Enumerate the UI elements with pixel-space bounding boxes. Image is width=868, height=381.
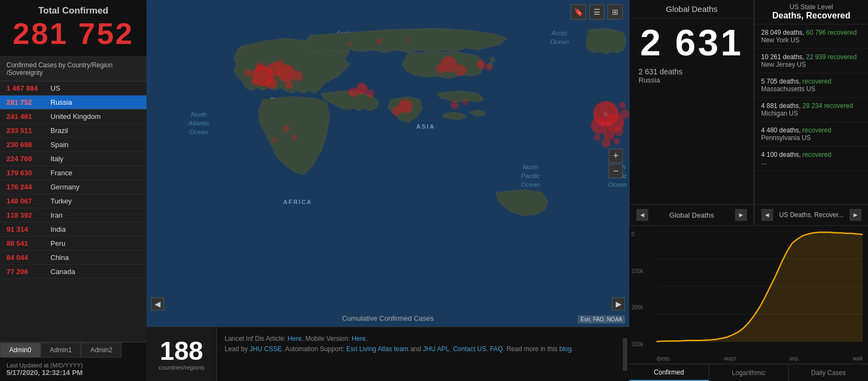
svg-point-53 bbox=[619, 101, 626, 109]
admin-tab-1[interactable]: Admin1 bbox=[41, 342, 81, 358]
x-label-apr: апр. bbox=[789, 355, 800, 361]
svg-point-36 bbox=[436, 65, 445, 74]
state-recovered: 60 796 bbox=[806, 29, 826, 36]
us-state-title: Deaths, Recovered bbox=[761, 11, 861, 21]
svg-point-38 bbox=[485, 64, 492, 71]
country-name: Peru bbox=[50, 239, 65, 247]
country-item[interactable]: 91 314India bbox=[0, 223, 146, 237]
chart-y-labels: 300k 200k 100k 0 bbox=[631, 231, 643, 347]
us-state-item[interactable]: 4 480 deaths, recoveredPennsylvania US bbox=[755, 122, 868, 147]
svg-point-55 bbox=[406, 37, 411, 42]
tab-confirmed[interactable]: Confirmed bbox=[629, 364, 709, 381]
country-list-header: Confirmed Cases by Country/Region /Sover… bbox=[0, 57, 146, 81]
country-item[interactable]: 118 392Iran bbox=[0, 208, 146, 223]
country-item[interactable]: 281 752Russia bbox=[0, 96, 146, 110]
chart-x-labels: февр. март апр. май bbox=[656, 355, 863, 361]
global-deaths-next-button[interactable]: ► bbox=[735, 209, 747, 221]
country-name: Germany bbox=[50, 183, 79, 191]
bookmark-button[interactable]: 🔖 bbox=[571, 4, 586, 20]
country-cases: 230 698 bbox=[7, 141, 47, 149]
tab-logarithmic[interactable]: Logarithmic bbox=[709, 364, 789, 381]
map-nav-right-button[interactable]: ▶ bbox=[612, 297, 625, 310]
countries-count-label: countries/regions bbox=[159, 364, 205, 371]
esri-link[interactable]: Esri Living Atlas team bbox=[346, 345, 409, 353]
svg-point-28 bbox=[251, 79, 257, 85]
country-cases: 118 392 bbox=[7, 211, 47, 219]
state-deaths: 4 480 deaths, bbox=[761, 126, 801, 134]
global-deaths-sub: 2 631 deaths Russia bbox=[630, 61, 754, 91]
country-name: Italy bbox=[50, 155, 63, 163]
y-label-200k: 200k bbox=[631, 304, 643, 310]
list-button[interactable]: ☰ bbox=[589, 4, 604, 20]
blog-link[interactable]: blog bbox=[559, 345, 572, 353]
svg-text:Ocean: Ocean bbox=[189, 128, 208, 135]
last-updated: Last Updated at (M/D/YYYY) 5/17/2020, 12… bbox=[0, 358, 146, 381]
zoom-out-button[interactable]: − bbox=[609, 164, 623, 178]
map-nav-left-button[interactable]: ◀ bbox=[151, 297, 164, 310]
faq-link[interactable]: FAQ bbox=[490, 345, 503, 353]
last-updated-value: 5/17/2020, 12:32:14 PM bbox=[7, 369, 140, 377]
country-name: Iran bbox=[50, 211, 62, 219]
us-state-item[interactable]: 28 049 deaths, 60 796 recoveredNew York … bbox=[755, 24, 868, 49]
state-recovered-label: recovered bbox=[828, 29, 857, 36]
svg-point-27 bbox=[244, 69, 252, 77]
country-item[interactable]: 148 067Turkey bbox=[0, 194, 146, 208]
world-map: North Atlantic Ocean Arctic Ocean Arctic… bbox=[146, 0, 629, 327]
jhu-link[interactable]: JHU CSSE bbox=[250, 345, 282, 353]
country-list: 1 467 884US281 752Russia241 461United Ki… bbox=[0, 81, 146, 342]
svg-point-50 bbox=[594, 134, 601, 141]
admin-tab-2[interactable]: Admin2 bbox=[81, 342, 122, 358]
global-deaths-nav-label: Global Deaths bbox=[669, 211, 714, 219]
svg-point-41 bbox=[283, 125, 290, 132]
us-state-next-button[interactable]: ► bbox=[850, 209, 861, 221]
country-cases: 84 044 bbox=[7, 253, 47, 262]
jhu-apl-link[interactable]: JHU APL bbox=[423, 345, 450, 353]
country-item[interactable]: 88 541Peru bbox=[0, 237, 146, 251]
country-name: Turkey bbox=[50, 197, 72, 205]
country-item[interactable]: 241 461United Kingdom bbox=[0, 110, 146, 124]
country-item[interactable]: 224 760Italy bbox=[0, 152, 146, 166]
svg-point-26 bbox=[277, 60, 284, 67]
admin-tabs: Admin0 Admin1 Admin2 bbox=[0, 342, 146, 358]
us-state-item[interactable]: 10 261 deaths, 22 939 recoveredNew Jerse… bbox=[755, 49, 868, 73]
admin-tab-0[interactable]: Admin0 bbox=[0, 342, 41, 358]
us-state-header-label: US State Level bbox=[761, 3, 861, 11]
contact-link[interactable]: Contact US bbox=[453, 345, 486, 353]
country-cases: 281 752 bbox=[7, 98, 47, 106]
grid-button[interactable]: ⊞ bbox=[608, 4, 623, 20]
us-state-item[interactable]: 4 881 deaths, 28 234 recoveredMichigan U… bbox=[755, 98, 868, 122]
tab-daily-cases[interactable]: Daily Cases bbox=[789, 364, 868, 381]
state-recovered-label: recovered bbox=[824, 102, 853, 110]
country-item[interactable]: 1 467 884US bbox=[0, 81, 146, 96]
svg-point-51 bbox=[613, 138, 620, 145]
us-state-item[interactable]: 5 705 deaths, recoveredMassachusetts US bbox=[755, 73, 868, 98]
esri-credit: Esri, FAO, NOAA bbox=[578, 315, 625, 323]
country-item[interactable]: 176 244Germany bbox=[0, 180, 146, 194]
country-item[interactable]: 84 044China bbox=[0, 251, 146, 265]
country-item[interactable]: 233 511Brazil bbox=[0, 124, 146, 138]
global-deaths-prev-button[interactable]: ◄ bbox=[636, 209, 648, 221]
zoom-controls: + − bbox=[609, 149, 623, 178]
last-updated-label: Last Updated at (M/D/YYYY) bbox=[7, 362, 140, 369]
global-deaths-nav: ◄ Global Deaths ► bbox=[630, 204, 754, 225]
state-deaths: 4 100 deaths, bbox=[761, 151, 801, 158]
us-state-panel: US State Level Deaths, Recovered 28 049 … bbox=[754, 0, 868, 225]
state-deaths: 4 881 deaths, bbox=[761, 102, 801, 110]
svg-text:Ocean: Ocean bbox=[550, 38, 569, 45]
country-name: China bbox=[50, 253, 69, 262]
zoom-in-button[interactable]: + bbox=[609, 149, 623, 163]
country-item[interactable]: 179 630France bbox=[0, 166, 146, 180]
svg-point-40 bbox=[462, 99, 468, 105]
svg-point-48 bbox=[614, 126, 623, 136]
us-state-prev-button[interactable]: ◄ bbox=[761, 209, 773, 221]
us-state-item[interactable]: 4 100 deaths, recovered... bbox=[755, 147, 868, 171]
country-item[interactable]: 77 206Canada bbox=[0, 265, 146, 279]
svg-point-39 bbox=[451, 101, 459, 109]
mobile-link[interactable]: Here bbox=[352, 335, 366, 342]
us-state-header: US State Level Deaths, Recovered bbox=[755, 0, 868, 24]
global-deaths-sub-text: 2 631 deaths bbox=[639, 67, 745, 76]
map-container[interactable]: 🔖 ☰ ⊞ North Atlantic Ocean Arctic Ocean … bbox=[146, 0, 629, 327]
country-item[interactable]: 230 698Spain bbox=[0, 138, 146, 152]
lancet-link[interactable]: Here bbox=[288, 335, 302, 342]
x-label-feb: февр. bbox=[656, 355, 671, 361]
